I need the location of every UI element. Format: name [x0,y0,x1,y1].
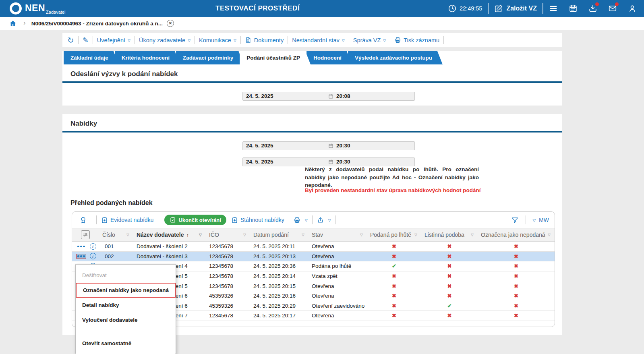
row-info-icon[interactable]: i [90,243,96,250]
tab-zad-vac-podm-nky[interactable]: Zadávací podmínky [176,51,244,64]
row-actions-icon[interactable] [76,254,86,259]
tab-hodnocen-[interactable]: Hodnocení [306,51,352,64]
calendar-small-icon [328,143,336,149]
column-header-ozna-ena-jako-nepodan-[interactable]: Označena jako nepodaná▽ [478,228,555,241]
main-menu-icon[interactable] [549,4,558,13]
clipboard-check-icon [170,217,176,223]
column-header-datum-pod-n-[interactable]: Datum podání▽ [250,228,309,241]
share-export-icon [317,217,324,224]
table-row[interactable]: i 002 Dodavatel - školení 3 12345678 24.… [72,252,555,262]
toolbar-item-uve-ejn-n-[interactable]: Uveřejnění▽ [97,37,130,43]
dropdown-arrow-icon: ▽ [128,39,130,43]
menu-item-de-ifrovat: Dešifrovat [76,268,176,283]
toolbar-item-tisk-z-znamu[interactable]: Tisk záznamu [394,37,439,43]
calendar-small-icon [328,93,336,99]
toolbar-item-spr-va-vz[interactable]: Správa VZ▽ [353,37,386,43]
sort-asc-icon: ↑ [186,232,189,238]
view-dropdown-arrow-icon[interactable]: ▽ [532,218,536,223]
create-vz-button[interactable]: Založit VZ [494,4,537,13]
toolbar-item--kony-zadavatele[interactable]: Úkony zadavatele▽ [139,37,191,43]
user-profile-icon[interactable] [628,4,637,13]
calendar-small-icon [328,159,336,165]
compose-icon [494,4,503,13]
column-header-podan-po-lh-t-[interactable]: Podaná po lhůtě▽ [367,228,421,241]
printer-icon [394,37,404,43]
tab-krit-ria-hodnocen-[interactable]: Kritéria hodnocení [115,51,180,64]
clock-icon [448,4,457,13]
notification-dot [595,2,599,6]
home-icon[interactable] [9,20,17,27]
column-header-listinn-podoba[interactable]: Listinná podoba▽ [421,228,478,241]
column-filter-icon[interactable]: ▽ [243,233,246,237]
menu-item-otev-t-samostatn-[interactable]: Otevřít samostatně [76,334,176,350]
column-filter-icon[interactable]: ▽ [360,233,363,237]
evidovat-nabidku-button[interactable]: Evidovat nabídku [101,217,153,224]
column-filter-icon[interactable]: ▽ [199,233,202,237]
toolbar-item-nestandardn-stav[interactable]: Nestandardní stav▽ [292,37,345,43]
clipboard-download-icon [231,217,238,224]
print-table-button[interactable]: ▽ [294,217,308,224]
printer-icon [294,217,300,224]
lhuta-input[interactable]: 24. 5. 2025 20:30 [242,141,415,150]
chevron-right-icon: › [23,19,26,27]
column-settings-icon[interactable] [81,230,90,239]
calendar-icon[interactable] [569,4,578,13]
refresh-icon[interactable]: ↻ [67,36,74,44]
nonstandard-state-alert: Byl proveden nestandardní stav úprava na… [305,187,514,193]
column-header-n-zev-dodavatele[interactable]: Název dodavatele↑▽ [133,228,206,241]
record-toolbar: ↻ ✎ Uveřejnění▽Úkony zadavatele▽Komunika… [62,33,562,47]
late-offer-notice: Některý z dodavatelů podal nabídku po lh… [305,166,479,189]
inbox-download-icon[interactable] [588,4,597,13]
datum-zahajeni-input[interactable]: 24. 5. 2025 20:08 [242,92,415,101]
brand-role-label: Zadavatel [46,10,65,14]
row-info-icon[interactable]: i [90,253,96,259]
column-filter-icon[interactable]: ▽ [414,233,417,237]
section-title-invite: Odeslání výzvy k podání nabídek [62,64,562,81]
menu-item-detail-nab-dky[interactable]: Detail nabídky [76,298,176,313]
table-row[interactable]: i 001 Dodavatel - školení 2 12345678 24.… [72,242,555,252]
edit-icon[interactable]: ✎ [83,37,89,44]
messages-icon[interactable] [608,4,617,13]
section-underline [62,81,562,83]
toolbar-item-komunikace[interactable]: Komunikace▽ [199,37,236,43]
stahnout-nabidky-button[interactable]: Stáhnout nabídky [231,217,284,224]
certificate-icon[interactable] [79,216,89,224]
nen-logo-icon [10,2,22,14]
column-settings-cell [72,228,99,241]
nen-logo[interactable]: NEN Zadavatel [10,2,65,14]
close-record-icon[interactable]: ✕ [167,20,174,27]
dropdown-arrow-icon: ▽ [342,39,345,43]
view-selector[interactable]: MW [539,217,549,223]
ukoncit-otevirani-button[interactable]: Ukončit otevírání [164,215,226,225]
document-icon [245,37,254,43]
filter-funnel-icon[interactable] [511,216,521,224]
column-header--slo[interactable]: Číslo▽ [99,228,133,241]
section-underline [62,131,562,132]
tab-bar: Základní údajeKritéria hodnoceníZadávací… [62,51,562,64]
column-filter-icon[interactable]: ▽ [302,233,304,237]
tab-pod-n-astn-k-zp[interactable]: Podání účastníků ZP [240,51,311,64]
export-table-button[interactable]: ▽ [317,217,331,224]
datum-oteviranie-input[interactable]: 24. 5. 2025 20:30 [242,157,415,166]
menu-item-ozna-en-nab-dky-jako-nepodan-[interactable]: Označení nabídky jako nepodaná [76,283,176,298]
column-filter-icon[interactable]: ▽ [548,233,551,237]
column-header-stav[interactable]: Stav▽ [309,228,367,241]
top-bar: NEN Zadavatel TESTOVACÍ PROSTŘEDÍ 22:49:… [0,0,644,17]
topbar-divider [543,3,543,14]
breadcrumb-item[interactable]: N006/25/V00004963 - Zřízení datových okr… [31,21,163,27]
section-title-offers: Nabídky [62,114,562,131]
dropdown-arrow-icon: ▽ [234,39,236,43]
tab-v-sledek-zad-vac-ho-postupu[interactable]: Výsledek zadávacího postupu [348,51,443,64]
row-actions-icon[interactable] [76,244,86,249]
menu-item-vylou-en-dodavatele[interactable]: Vyloučení dodavatele [76,313,176,327]
tab-z-kladn-daje[interactable]: Základní údaje [64,51,119,64]
column-filter-icon[interactable]: ▽ [126,233,129,237]
offers-table-title: Přehled podaných nabídek [70,199,153,207]
brand-name: NEN [25,2,45,14]
toolbar-item-dokumenty[interactable]: Dokumenty [245,37,284,43]
column-header-i-o[interactable]: IČO▽ [206,228,250,241]
column-filter-icon[interactable]: ▽ [471,233,474,237]
dropdown-arrow-icon: ▽ [305,218,308,222]
dropdown-arrow-icon: ▽ [328,218,331,222]
clipboard-plus-icon [101,217,108,224]
